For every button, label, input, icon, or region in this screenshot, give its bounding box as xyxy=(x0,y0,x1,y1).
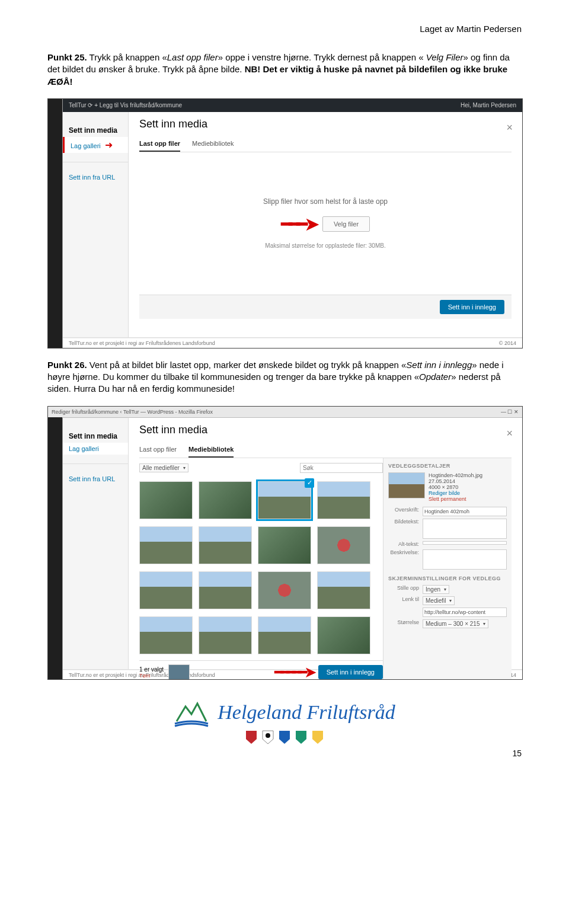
para-punkt25: Punkt 25. Trykk på knappen «Last opp fil… xyxy=(47,52,522,88)
separator xyxy=(63,162,128,162)
lbl-desc: Beskrivelse: xyxy=(388,549,419,555)
tab-upload[interactable]: Last opp filer xyxy=(139,136,180,152)
media-side-gallery[interactable]: Lag galleri ➜ xyxy=(63,137,128,153)
wp-admin-rail xyxy=(48,417,62,679)
media-side-title: Sett inn media xyxy=(63,430,128,443)
page-byline: Laget av Martin Pedersen xyxy=(47,24,522,34)
filter-select[interactable]: Alle mediefiler xyxy=(139,463,188,472)
field-url[interactable]: http://telltur.no/wp-content xyxy=(423,608,507,617)
sel-link[interactable]: Mediefil xyxy=(423,596,455,605)
p2-i1: Sett inn i innlegg xyxy=(406,360,472,370)
separator xyxy=(63,463,128,464)
field-title[interactable]: Hogtinden 402moh xyxy=(423,507,507,516)
crest-icon xyxy=(278,730,291,745)
thumb[interactable] xyxy=(317,616,370,654)
thumb[interactable] xyxy=(199,571,252,609)
media-side-gallery[interactable]: Lag galleri xyxy=(63,443,128,455)
crest-icon xyxy=(261,730,274,745)
field-alt[interactable] xyxy=(423,541,507,545)
arrow-icon: ━━━━━➤ xyxy=(274,663,314,680)
thumb-selected[interactable] xyxy=(258,481,311,519)
thumb[interactable] xyxy=(317,481,370,519)
p2-t1: Vent på at bildet blir lastet opp, marke… xyxy=(87,360,407,370)
tab-upload[interactable]: Last opp filer xyxy=(139,442,177,458)
search-input[interactable] xyxy=(300,463,383,473)
attachment-details: VEDLEGGSDETALJER Hogtinden-402moh.jpg 27… xyxy=(383,458,512,680)
browser-titlebar: Rediger friluftsråd/kommune ‹ TellTur — … xyxy=(48,407,522,418)
thumb[interactable] xyxy=(317,571,370,609)
thumb[interactable] xyxy=(258,526,311,564)
side-gallery-label: Lag galleri xyxy=(71,142,101,149)
sel-align[interactable]: Ingen xyxy=(423,585,449,594)
close-icon[interactable]: × xyxy=(506,122,513,134)
p1-i1: Last opp filer xyxy=(167,52,218,62)
close-icon[interactable]: × xyxy=(506,427,513,440)
thumb[interactable] xyxy=(317,526,370,564)
wp-footer-left: TellTur.no er et prosjekt i regi av Fril… xyxy=(69,340,215,346)
media-tabs: Last opp filer Mediebibliotek xyxy=(139,442,512,458)
thumb[interactable] xyxy=(199,526,252,564)
browser-title: Rediger friluftsråd/kommune ‹ TellTur — … xyxy=(52,409,213,415)
tab-library[interactable]: Mediebibliotek xyxy=(188,442,234,458)
modal-footer: Sett inn i innlegg xyxy=(139,295,512,319)
window-controls[interactable]: — ☐ ✕ xyxy=(501,409,519,415)
wp-footer: TellTur.no er et prosjekt i regi av Fril… xyxy=(63,338,522,348)
selection-count: 1 er valgt xyxy=(139,666,164,673)
lbl-caption: Bildetekst: xyxy=(388,519,419,525)
lbl-align: Stille opp xyxy=(388,585,419,591)
field-desc[interactable] xyxy=(423,549,507,570)
media-side-url[interactable]: Sett inn fra URL xyxy=(63,473,128,485)
thumb[interactable] xyxy=(139,616,193,654)
media-side-title: Sett inn media xyxy=(63,124,128,137)
p1-t1: Trykk på knappen « xyxy=(87,52,167,62)
media-side-url[interactable]: Sett inn fra URL xyxy=(63,171,128,183)
sel-size[interactable]: Medium – 300 × 215 xyxy=(423,619,488,628)
footer-logo-block: Helgeland Friluftsråd xyxy=(47,698,522,727)
thumb[interactable] xyxy=(199,481,252,519)
media-modal-title: Sett inn media xyxy=(139,424,512,436)
clear-selection[interactable]: Tøm xyxy=(139,673,164,679)
insert-button[interactable]: Sett inn i innlegg xyxy=(318,665,383,679)
thumb[interactable] xyxy=(139,481,193,519)
lbl-link: Lenk til xyxy=(388,596,419,602)
drop-zone[interactable]: Slipp filer hvor som helst for å laste o… xyxy=(139,152,512,295)
wp-admin-rail xyxy=(48,99,62,348)
filter-bar: Alle mediefiler xyxy=(139,458,383,478)
lbl-alt: Alt-tekst: xyxy=(388,541,419,547)
selection-bar: 1 er valgt Tøm ━━━━━➤ Sett inn i innlegg xyxy=(139,660,383,680)
lbl-title: Overskrift: xyxy=(388,507,419,513)
wp-footer-right: © 2014 xyxy=(499,340,516,346)
max-size-text: Maksimal størrelse for opplastede filer:… xyxy=(265,242,385,249)
media-main: × Sett inn media Last opp filer Mediebib… xyxy=(129,418,522,669)
display-heading: SKJERMINNSTILLINGER FOR VEDLEGG xyxy=(388,575,507,581)
insert-button[interactable]: Sett inn i innlegg xyxy=(440,300,504,314)
thumb[interactable] xyxy=(199,616,252,654)
thumb[interactable] xyxy=(139,526,193,564)
p1-i2: Velg Filer xyxy=(424,52,463,62)
selection-thumb[interactable] xyxy=(168,664,190,680)
lbl-size: Størrelse xyxy=(388,619,419,625)
topbar-right: Hei, Martin Pedersen xyxy=(461,102,516,108)
screenshot-library: Rediger friluftsråd/kommune ‹ TellTur — … xyxy=(47,406,523,680)
punkt25-label: Punkt 25. xyxy=(47,52,87,62)
mountain-logo-icon xyxy=(174,698,209,727)
topbar-left: TellTur ⟳ + Legg til Vis friluftsråd/kom… xyxy=(69,102,182,108)
media-sidebar: Sett inn media Lag galleri Sett inn fra … xyxy=(63,418,129,669)
thumb[interactable] xyxy=(258,616,311,654)
attachment-meta: Hogtinden-402moh.jpg 27.05.2014 4000 × 2… xyxy=(388,472,507,502)
details-heading: VEDLEGGSDETALJER xyxy=(388,463,507,469)
p2-i2: Opdater xyxy=(419,372,451,382)
crest-icon xyxy=(295,730,308,745)
tab-library[interactable]: Mediebibliotek xyxy=(192,136,234,152)
arrow-icon: ━━━➤ xyxy=(281,213,317,235)
thumb[interactable] xyxy=(139,571,193,609)
thumb[interactable] xyxy=(258,571,311,609)
punkt26-label: Punkt 26. xyxy=(47,360,87,370)
crest-row xyxy=(47,730,522,745)
wp-topbar: TellTur ⟳ + Legg til Vis friluftsråd/kom… xyxy=(63,99,522,112)
choose-files-button[interactable]: Velg filer xyxy=(322,216,370,232)
arrow-icon: ➜ xyxy=(105,140,110,150)
svg-point-0 xyxy=(266,733,270,738)
field-caption[interactable] xyxy=(423,519,507,539)
para-punkt26: Punkt 26. Vent på at bildet blir lastet … xyxy=(47,359,522,395)
